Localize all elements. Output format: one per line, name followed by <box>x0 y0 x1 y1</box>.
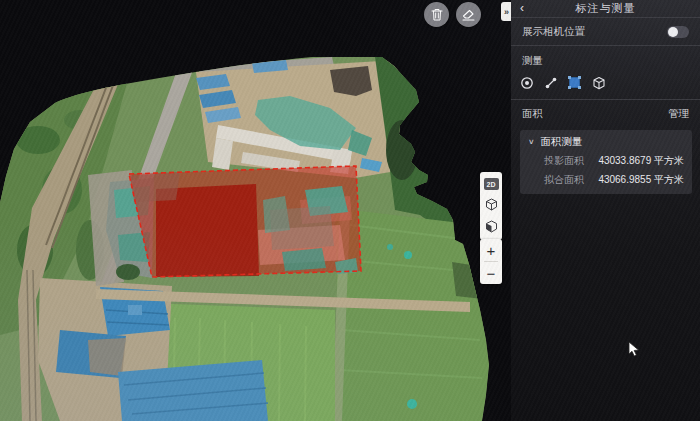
distance-measure-icon <box>544 76 558 90</box>
view-3d-model-button[interactable] <box>483 218 499 234</box>
area-section-row: 面积 管理 <box>511 102 700 126</box>
measure-tools-row <box>511 70 700 99</box>
area-measure-icon <box>567 75 582 90</box>
view-mode-panel: 2D <box>480 172 502 240</box>
back-button[interactable]: ‹ <box>520 1 524 15</box>
eraser-button[interactable] <box>456 2 481 27</box>
manage-button[interactable]: 管理 <box>668 107 689 121</box>
point-measure-button[interactable] <box>519 75 534 90</box>
panel-header: ‹ 标注与测量 <box>511 0 700 17</box>
area-measurement-card[interactable]: ∨ 面积测量 投影面积 43033.8679 平方米 拟合面积 43066.98… <box>520 130 692 194</box>
distance-measure-button[interactable] <box>543 75 558 90</box>
collapse-icon: » <box>504 7 509 17</box>
ortho-imagery <box>0 0 511 421</box>
eraser-icon <box>462 9 475 21</box>
projected-area-row: 投影面积 43033.8679 平方米 <box>528 154 684 168</box>
chevron-down-icon: ∨ <box>528 138 535 146</box>
card-header[interactable]: ∨ 面积测量 <box>528 134 684 149</box>
annotation-measure-panel: ‹ 标注与测量 展示相机位置 测量 <box>511 0 700 421</box>
cube-shaded-icon <box>485 220 498 233</box>
projected-area-label: 投影面积 <box>544 154 584 168</box>
mode-2d-button[interactable]: 2D <box>484 178 499 190</box>
app-window: » 2D + − ‹ 标注与测量 展示相机位置 <box>0 0 700 421</box>
cube-outline-icon <box>485 198 498 211</box>
trash-icon <box>431 8 443 21</box>
card-title: 面积测量 <box>541 135 583 149</box>
measure-section-label: 测量 <box>511 46 700 70</box>
orthomosaic-map[interactable] <box>0 0 511 421</box>
camera-position-row: 展示相机位置 <box>511 18 700 45</box>
point-measure-icon <box>520 76 534 90</box>
toggle-knob <box>668 27 678 37</box>
fitted-area-row: 拟合面积 43066.9855 平方米 <box>528 173 684 187</box>
divider <box>511 99 700 100</box>
camera-position-label: 展示相机位置 <box>522 25 585 39</box>
area-measure-button[interactable] <box>567 75 582 90</box>
projected-area-value: 43033.8679 平方米 <box>598 154 684 168</box>
volume-measure-button[interactable] <box>591 75 606 90</box>
fitted-area-value: 43066.9855 平方米 <box>598 173 684 187</box>
trash-button[interactable] <box>424 2 449 27</box>
zoom-in-button[interactable]: + <box>480 239 502 261</box>
view-3d-wireframe-button[interactable] <box>483 196 499 212</box>
zoom-panel: + − <box>480 239 502 284</box>
area-section-label: 面积 <box>522 107 543 121</box>
fitted-area-label: 拟合面积 <box>544 173 584 187</box>
camera-position-toggle[interactable] <box>667 26 689 38</box>
volume-measure-icon <box>592 76 606 90</box>
panel-title: 标注与测量 <box>511 1 700 16</box>
zoom-out-button[interactable]: − <box>480 262 502 284</box>
